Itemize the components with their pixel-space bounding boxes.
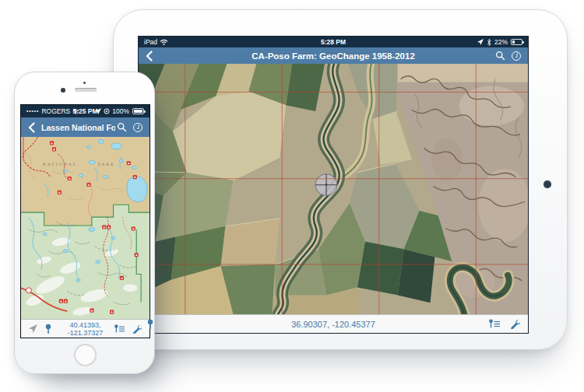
- info-icon: i: [515, 52, 518, 59]
- chevron-left-icon: [146, 51, 153, 61]
- iphone-battery-percent: 100%: [112, 107, 129, 115]
- location-arrow-icon: [477, 39, 484, 45]
- bluetooth-icon: [486, 39, 492, 46]
- ipad-aerial-map: [139, 64, 528, 314]
- iphone-home-button[interactable]: [74, 344, 97, 366]
- iphone-nav-bar: Lassen National Forest Vis... i: [21, 117, 150, 137]
- ipad-coordinates: 36.90307, -120.45377: [170, 320, 497, 329]
- ipad-status-device-label: iPad: [144, 38, 157, 46]
- location-arrow-icon: [95, 108, 101, 114]
- ipad-status-bar: iPad 5:28 PM 22%: [139, 37, 528, 47]
- map-features-button[interactable]: [114, 324, 125, 334]
- back-button[interactable]: [28, 122, 35, 133]
- pin-list-icon: [488, 319, 501, 329]
- location-arrow-icon: [29, 324, 37, 333]
- map-art: [139, 64, 528, 314]
- map-pin-icon: [44, 324, 52, 334]
- iphone-topo-map: NATIONAL PARK: [21, 137, 150, 319]
- wifi-icon: [72, 109, 79, 114]
- iphone-status-bar: ••••• ROGERS 5:25 PM: [21, 105, 150, 117]
- highway-shield: [26, 288, 31, 293]
- drop-pin-button[interactable]: [146, 319, 154, 330]
- locate-me-button[interactable]: [29, 324, 37, 333]
- info-button[interactable]: i: [512, 51, 521, 61]
- iphone-toolbar: 40.41393, -121.37327: [21, 319, 150, 338]
- map-features-button[interactable]: [488, 319, 501, 329]
- info-icon: i: [137, 124, 139, 131]
- ipad-toolbar: 36.90307, -120.45377: [139, 314, 528, 333]
- ipad-home-button[interactable]: [544, 180, 551, 188]
- ipad-battery-percent: 22%: [494, 38, 508, 46]
- wifi-icon: [160, 39, 168, 45]
- map-label-park: PARK: [98, 163, 115, 166]
- map-art: NATIONAL PARK: [21, 137, 150, 319]
- iphone-coordinates: 40.41393, -121.37327: [52, 321, 118, 337]
- wrench-icon: [132, 324, 142, 334]
- iphone-screen: ••••• ROGERS 5:25 PM: [20, 104, 150, 338]
- ipad-screen: iPad 5:28 PM 22%: [138, 36, 529, 334]
- tools-button[interactable]: [132, 324, 142, 334]
- drop-pin-button[interactable]: [44, 324, 52, 334]
- iphone-map-canvas[interactable]: NATIONAL PARK: [21, 137, 150, 319]
- ipad-device: iPad 5:28 PM 22%: [113, 9, 568, 350]
- map-label-national: NATIONAL: [43, 163, 77, 166]
- front-camera: [61, 88, 65, 93]
- ipad-map-canvas[interactable]: [139, 64, 528, 314]
- ipad-nav-bar: CA-Poso Farm: GeoChange 1958-2012 i: [139, 47, 528, 64]
- pin-list-icon: [114, 324, 125, 334]
- wrench-icon: [510, 319, 520, 329]
- tools-button[interactable]: [510, 319, 520, 329]
- search-icon: [117, 122, 127, 132]
- carrier-label: ROGERS: [41, 107, 70, 115]
- scene: iPad 5:28 PM 22%: [0, 0, 584, 392]
- proximity-sensor: [83, 82, 86, 84]
- info-button[interactable]: i: [133, 123, 142, 132]
- iphone-map-title: Lassen National Forest Vis...: [41, 123, 115, 132]
- map-pin-icon: [146, 319, 154, 330]
- search-button[interactable]: [117, 122, 127, 132]
- ipad-map-title: CA-Poso Farm: GeoChange 1958-2012: [165, 51, 501, 61]
- earpiece-speaker: [75, 88, 97, 92]
- orientation-lock-icon: [104, 108, 110, 114]
- back-button[interactable]: [146, 51, 153, 61]
- iphone-device: ••••• ROGERS 5:25 PM: [14, 72, 155, 374]
- chevron-left-icon: [28, 122, 35, 133]
- battery-icon: [511, 39, 522, 45]
- signal-dots-icon: •••••: [26, 109, 39, 114]
- battery-icon: [132, 108, 144, 114]
